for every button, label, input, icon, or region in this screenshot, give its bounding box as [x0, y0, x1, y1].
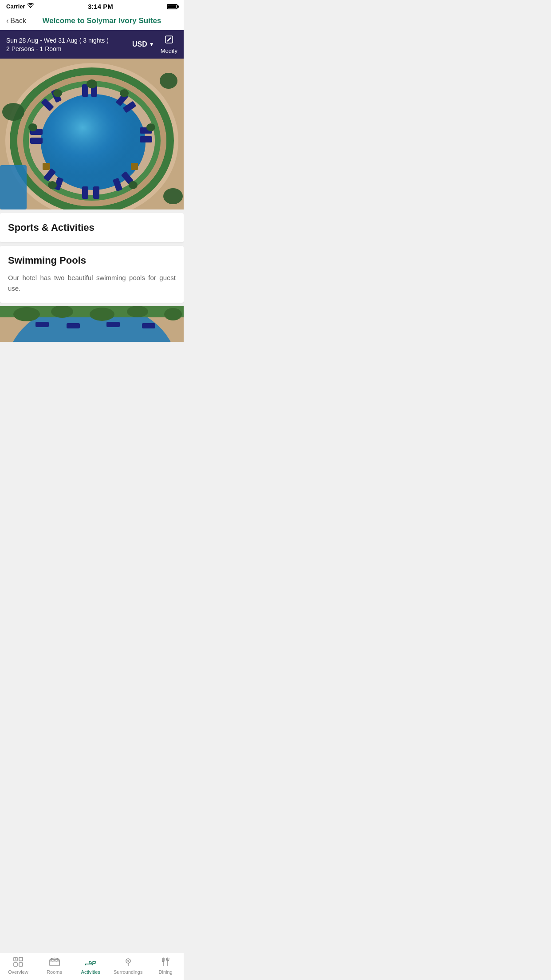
svg-rect-24 [30, 138, 43, 144]
svg-point-30 [2, 103, 24, 121]
svg-rect-29 [0, 165, 27, 209]
booking-dates: Sun 28 Aug - Wed 31 Aug ( 3 nights ) 2 P… [6, 37, 109, 52]
svg-rect-0 [165, 36, 173, 43]
nav-header: ‹ Back Welcome to Solymar Ivory Suites [0, 12, 184, 30]
svg-rect-51 [106, 322, 120, 327]
svg-rect-28 [43, 163, 50, 170]
carrier-text: Carrier [6, 3, 25, 10]
svg-point-36 [146, 123, 155, 131]
svg-point-39 [48, 181, 57, 189]
date-range: Sun 28 Aug - Wed 31 Aug ( 3 nights ) [6, 37, 109, 44]
svg-rect-50 [67, 323, 80, 328]
svg-point-33 [87, 79, 97, 88]
currency-dropdown-icon: ▼ [149, 41, 154, 47]
svg-point-32 [163, 188, 183, 204]
back-label: Back [10, 17, 26, 25]
currency-selector[interactable]: USD ▼ [132, 40, 154, 48]
modify-button[interactable]: Modify [161, 35, 177, 54]
booking-controls: USD ▼ Modify [132, 35, 177, 54]
svg-rect-20 [93, 186, 99, 199]
back-chevron-icon: ‹ [6, 17, 8, 25]
svg-point-44 [13, 307, 40, 321]
main-content: Sports & Activities Swimming Pools Our h… [0, 59, 184, 377]
page-title: Welcome to Solymar Ivory Suites [26, 16, 177, 25]
battery-indicator [167, 4, 177, 9]
svg-point-47 [127, 306, 148, 317]
carrier-label: Carrier [6, 3, 34, 10]
svg-rect-27 [131, 163, 138, 170]
persons-rooms: 2 Persons - 1 Room [6, 45, 109, 52]
currency-label: USD [132, 40, 147, 48]
svg-rect-49 [35, 322, 49, 327]
svg-point-48 [164, 308, 182, 320]
swimming-pools-card: Swimming Pools Our hotel has two beautif… [0, 246, 184, 303]
svg-rect-52 [142, 323, 155, 328]
back-button[interactable]: ‹ Back [6, 17, 26, 25]
svg-point-35 [53, 89, 62, 97]
sports-activities-section: Sports & Activities [0, 213, 184, 242]
pool-peek-image [0, 306, 184, 342]
svg-point-34 [120, 89, 129, 97]
svg-rect-19 [82, 186, 88, 199]
time-label: 3:14 PM [88, 3, 113, 10]
modify-icon [164, 35, 174, 47]
swimming-pools-title: Swimming Pools [8, 255, 176, 266]
sports-activities-title: Sports & Activities [8, 222, 176, 233]
svg-rect-16 [140, 136, 152, 142]
modify-label: Modify [161, 47, 177, 54]
svg-point-31 [160, 73, 177, 89]
svg-point-37 [28, 123, 37, 131]
wifi-icon [27, 3, 34, 10]
svg-point-38 [129, 181, 138, 189]
swimming-pools-description: Our hotel has two beautiful swimming poo… [8, 273, 176, 294]
booking-info-bar: Sun 28 Aug - Wed 31 Aug ( 3 nights ) 2 P… [0, 30, 184, 59]
pool-aerial-image [0, 59, 184, 209]
svg-point-46 [90, 308, 114, 321]
status-bar: Carrier 3:14 PM [0, 0, 184, 12]
